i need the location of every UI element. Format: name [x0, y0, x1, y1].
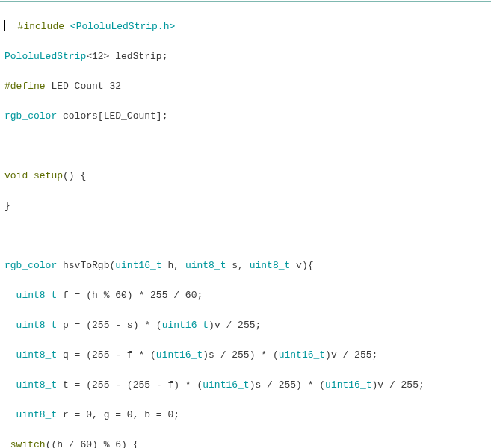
code-text: f = (h % 60) * 255 / 60; — [57, 290, 203, 301]
type-name: uint8_t — [16, 320, 58, 331]
function-name: setup — [34, 170, 63, 181]
code-text — [28, 170, 34, 181]
type-name: rgb_color — [4, 111, 57, 122]
code-text: r = 0, g = 0, b = 0; — [57, 409, 179, 420]
code-line[interactable]: uint8_t q = (255 - f * (uint16_t)s / 255… — [4, 348, 491, 363]
code-text — [4, 439, 10, 448]
code-text: v){ — [290, 260, 313, 271]
include-path: <PololuLedStrip.h> — [70, 21, 175, 32]
code-line[interactable]: } — [4, 199, 491, 214]
code-text: } — [4, 200, 10, 211]
code-line[interactable]: PololuLedStrip<12> ledStrip; — [4, 49, 491, 64]
type-name: PololuLedStrip — [4, 51, 86, 62]
type-name: rgb_color — [4, 260, 57, 271]
blank-line[interactable] — [4, 228, 491, 243]
blank-line[interactable] — [4, 139, 491, 154]
code-text: h, — [162, 260, 185, 271]
code-text: )v / 255; — [325, 349, 377, 361]
code-text: p = (255 - s) * ( — [57, 320, 161, 331]
code-text: ((h / 60) % 6) { — [46, 439, 139, 448]
code-text: q = (255 - f * ( — [57, 349, 156, 361]
code-line[interactable]: void setup() { — [4, 169, 491, 184]
code-line[interactable]: rgb_color hsvToRgb(uint16_t h, uint8_t s… — [4, 258, 491, 273]
preprocessor: #define — [4, 81, 46, 92]
code-text — [6, 21, 18, 32]
code-line[interactable]: uint8_t p = (255 - s) * (uint16_t)v / 25… — [4, 318, 491, 333]
code-text: )s / 255) * ( — [250, 379, 325, 391]
type-name: uint8_t — [250, 260, 291, 271]
code-text: s, — [226, 260, 249, 271]
code-text: colors[LED_Count]; — [57, 111, 167, 122]
code-text — [4, 320, 16, 331]
text-cursor — [4, 20, 5, 31]
code-text: )v / 255; — [372, 379, 424, 391]
code-line[interactable]: uint8_t r = 0, g = 0, b = 0; — [4, 408, 491, 423]
code-editor[interactable]: #include <PololuLedStrip.h> PololuLedStr… — [0, 4, 491, 448]
code-text: LED_Count 32 — [46, 81, 121, 92]
code-text: t = (255 - (255 - f) * ( — [57, 379, 203, 391]
code-line[interactable]: rgb_color colors[LED_Count]; — [4, 109, 491, 124]
type-name: uint16_t — [279, 349, 325, 361]
code-line[interactable]: #define LED_Count 32 — [4, 79, 491, 94]
editor-top-rule — [0, 1, 491, 2]
type-name: uint8_t — [16, 349, 58, 361]
type-name: uint8_t — [185, 260, 226, 271]
code-line[interactable]: uint8_t t = (255 - (255 - f) * (uint16_t… — [4, 378, 491, 393]
keyword: void — [4, 170, 28, 181]
code-text: () { — [63, 170, 86, 181]
preprocessor: #include — [18, 21, 70, 32]
code-line[interactable]: #include <PololuLedStrip.h> — [4, 19, 491, 34]
code-text — [4, 349, 16, 361]
type-name: uint16_t — [156, 349, 203, 361]
code-text — [4, 290, 16, 301]
code-text: )s / 255) * ( — [203, 349, 278, 361]
type-name: uint16_t — [162, 320, 209, 331]
type-name: uint8_t — [16, 379, 58, 391]
type-name: uint16_t — [325, 379, 371, 391]
code-text: )v / 255; — [209, 320, 261, 331]
code-text — [4, 409, 16, 420]
type-name: uint16_t — [115, 260, 161, 271]
code-text: <12> ledStrip; — [86, 51, 167, 62]
keyword: switch — [10, 439, 46, 448]
code-text: hsvToRgb( — [57, 260, 115, 271]
type-name: uint8_t — [16, 409, 58, 420]
code-text — [4, 379, 16, 391]
code-line[interactable]: uint8_t f = (h % 60) * 255 / 60; — [4, 288, 491, 303]
type-name: uint8_t — [16, 290, 58, 301]
code-line[interactable]: switch((h / 60) % 6) { — [4, 438, 491, 448]
type-name: uint16_t — [203, 379, 249, 391]
